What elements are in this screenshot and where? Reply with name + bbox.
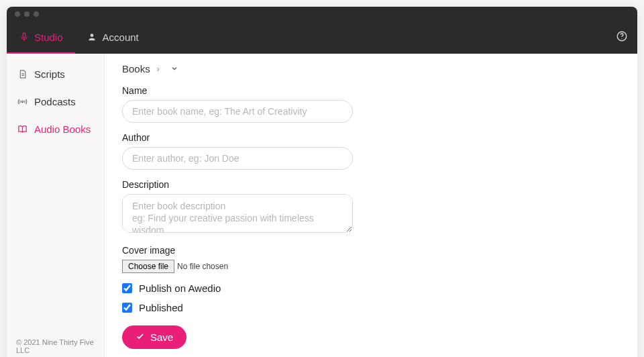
choose-file-button[interactable]: Choose file: [122, 260, 174, 273]
description-label: Description: [122, 179, 620, 190]
help-icon: [616, 30, 628, 45]
svg-point-1: [91, 34, 94, 37]
tab-studio[interactable]: Studio: [7, 21, 75, 54]
person-icon: [87, 32, 97, 42]
window-titlebar: [7, 7, 637, 21]
document-icon: [17, 69, 28, 79]
field-name: Name: [122, 85, 620, 123]
tab-label: Account: [103, 32, 139, 43]
mic-icon: [19, 32, 29, 42]
tab-account[interactable]: Account: [75, 21, 151, 54]
sidebar-item-label: Audio Books: [34, 123, 91, 135]
podcast-icon: [17, 97, 28, 107]
svg-point-3: [621, 38, 622, 39]
publish-awedio-label: Publish on Awedio: [139, 283, 221, 294]
description-input[interactable]: [122, 194, 353, 233]
main-panel: Books › Name Author Description Cover im…: [105, 54, 637, 357]
check-icon: [136, 332, 145, 343]
author-input[interactable]: [122, 147, 353, 170]
svg-rect-0: [23, 33, 25, 38]
field-publish-awedio: Publish on Awedio: [122, 283, 620, 294]
save-label: Save: [150, 332, 173, 343]
name-label: Name: [122, 85, 620, 96]
window-dot: [24, 11, 30, 17]
breadcrumb-root[interactable]: Books: [122, 63, 150, 74]
sidebar-item-audio-books[interactable]: Audio Books: [7, 115, 104, 143]
save-button[interactable]: Save: [122, 325, 186, 349]
field-description: Description: [122, 179, 620, 236]
name-input[interactable]: [122, 100, 353, 123]
top-nav: Studio Account: [7, 21, 637, 54]
breadcrumb-dropdown[interactable]: [170, 63, 178, 74]
sidebar-item-scripts[interactable]: Scripts: [7, 60, 104, 88]
tab-label: Studio: [34, 32, 63, 43]
app-window: Studio Account Scripts: [7, 7, 637, 357]
chevron-right-icon: ›: [157, 64, 160, 74]
author-label: Author: [122, 132, 620, 143]
sidebar: Scripts Podcasts Audio Books © 2021 Nine…: [7, 54, 105, 357]
file-status: No file chosen: [177, 262, 228, 271]
field-cover: Cover image Choose file No file chosen: [122, 245, 620, 273]
publish-awedio-checkbox[interactable]: [122, 283, 132, 293]
sidebar-item-podcasts[interactable]: Podcasts: [7, 88, 104, 115]
footer-text: © 2021 Nine Thirty Five LLC: [7, 330, 104, 357]
content: Scripts Podcasts Audio Books © 2021 Nine…: [7, 54, 637, 357]
breadcrumb: Books ›: [122, 63, 620, 74]
sidebar-item-label: Podcasts: [34, 96, 76, 107]
audiobook-icon: [17, 124, 28, 134]
window-dot: [15, 11, 20, 17]
field-published: Published: [122, 302, 620, 313]
published-checkbox[interactable]: [122, 303, 132, 313]
field-author: Author: [122, 132, 620, 170]
window-dot: [34, 11, 39, 17]
published-label: Published: [139, 302, 183, 313]
svg-point-4: [21, 101, 23, 103]
sidebar-item-label: Scripts: [34, 68, 65, 80]
cover-label: Cover image: [122, 245, 620, 256]
help-button[interactable]: [616, 21, 628, 54]
